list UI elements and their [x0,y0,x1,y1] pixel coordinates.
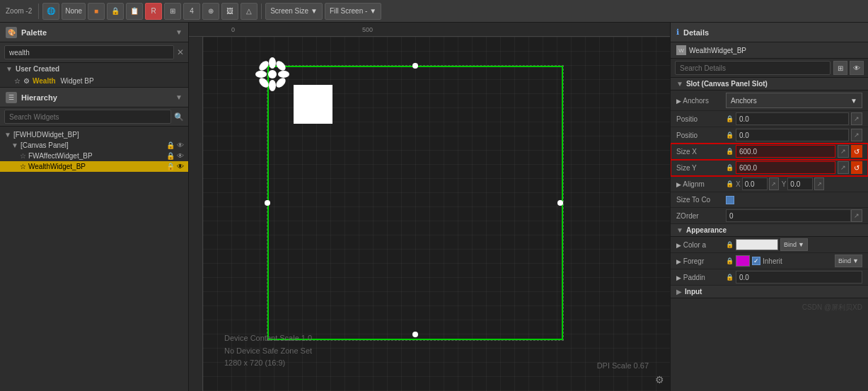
canvas-area[interactable]: 0 500 [189,23,670,391]
size-x-value-area: 🔒 ↗ ↺ [726,145,862,158]
r-btn[interactable]: R [145,3,162,20]
move-btn[interactable]: ⊕ [202,3,219,20]
position-y-value-area: 🔒 ↗ [726,129,862,141]
size-x-reset-btn[interactable]: ↺ [851,145,862,158]
fill-screen-arrow: ▼ [369,7,376,15]
separator-2 [261,4,262,19]
details-search-input[interactable] [675,61,831,75]
color-a-label: ▶ Color a [676,241,726,249]
zorder-label: ZOrder [676,212,726,220]
hier-item-canvas[interactable]: ▼ [Canvas Panel] 🔒 👁 [0,140,188,151]
search-grid-icon[interactable]: ⊞ [833,61,847,75]
anchors-dropdown-arrow: ▼ [850,97,857,105]
align-x-input[interactable] [742,177,768,190]
eye-icon-3: 👁 [177,163,184,170]
left-panel: 🎨 Palette ▼ ✕ ▼ User Created ☆ ⚙ Wealth … [0,23,189,391]
align-x-expand[interactable]: ↗ [769,177,779,190]
position-x-value-area: 🔒 ↗ [726,112,862,125]
size-to-content-checkbox[interactable] [726,196,734,204]
triangle-btn[interactable]: △ [241,3,257,20]
anchors-row: ▶ Anchors Anchors ▼ [671,91,868,111]
fill-screen-btn[interactable]: Fill Screen - ▼ [325,3,381,20]
screen-size-btn[interactable]: Screen Size ▼ [265,3,323,20]
image-btn[interactable]: 🖼 [221,3,238,20]
palette-clear-btn[interactable]: ✕ [177,48,184,57]
hier-icons-wealth: 🔒 👁 [166,163,184,170]
canvas-settings-icon[interactable]: ⚙ [655,374,664,385]
user-created-category[interactable]: ▼ User Created [0,63,188,75]
details-search-icons: ⊞ 👁 [833,61,864,75]
hier-name-affect: FWAffectWidget_BP [28,152,164,160]
anchors-dropdown[interactable]: Anchors ▼ [726,93,862,108]
search-icon: 🔍 [174,112,184,122]
color-a-swatch[interactable] [736,239,778,250]
input-arrow: ▶ [676,288,682,296]
fill-screen-label: Fill Screen - [330,7,367,15]
hierarchy-search-input[interactable] [4,110,171,124]
eye-icon: 👁 [177,141,184,149]
details-search-bar: ⊞ 👁 [671,59,868,78]
bind-arrow: ▼ [798,241,804,248]
svg-point-6 [274,59,287,72]
four-btn[interactable]: 4 [183,3,200,20]
color-a-bind-btn[interactable]: Bind ▼ [780,238,808,251]
search-eye-icon[interactable]: 👁 [850,61,864,75]
appearance-section-header[interactable]: ▼ Appearance [671,224,868,237]
hierarchy-section: ☰ Hierarchy ▼ 🔍 ▼ [FWHUDWidget_BP] ▼ [Ca… [0,87,188,391]
fg-bind-arrow: ▼ [852,257,859,264]
none-btn[interactable]: None [62,3,86,20]
lock-icon-size-y: 🔒 [726,164,734,171]
slot-section-header[interactable]: ▼ Slot (Canvas Panel Slot) [671,78,868,91]
position-x-input[interactable] [736,112,849,125]
position-y-input[interactable] [736,129,849,141]
alignment-text: Alignm [683,180,705,188]
appearance-section-title: Appearance [686,226,727,234]
ruler-top: 0 500 [189,23,670,37]
white-content-box [294,85,332,124]
zorder-input[interactable] [726,209,851,222]
grid-btn[interactable]: ⊞ [164,3,181,20]
palette-search-input[interactable] [4,45,174,59]
padding-input[interactable] [736,271,862,284]
hier-item-fwhud[interactable]: ▼ [FWHUDWidget_BP] [0,129,188,140]
lock-icon-padding: 🔒 [726,274,734,281]
hierarchy-header: ☰ Hierarchy ▼ [0,88,188,107]
anchor-dot-bottom-center [412,332,418,337]
details-widget-name-row: W WealthWidget_BP [671,42,868,59]
align-y-label: Y [782,180,787,188]
align-y-expand[interactable]: ↗ [814,177,824,190]
position-y-expand-btn[interactable]: ↗ [851,129,862,141]
transform-btn[interactable]: ■ [88,3,105,20]
wealth-widget-item[interactable]: ☆ ⚙ Wealth Widget BP [0,75,188,87]
hierarchy-search-bar: 🔍 [0,107,188,127]
widget-bp-label: Widget BP [59,77,94,85]
hier-expand-icon-2: ▼ [11,141,18,149]
size-x-expand-btn[interactable]: ↗ [838,145,849,158]
canvas-info-scale: Device Content Scale 1.0 [224,332,312,345]
hierarchy-title: Hierarchy [21,93,57,102]
position-x-expand-btn[interactable]: ↗ [851,112,862,125]
globe-btn[interactable]: 🌐 [42,3,59,20]
align-y-input[interactable] [787,177,813,190]
position-x-row: Positio 🔒 ↗ [671,111,868,127]
input-section-title: Input [685,288,702,296]
size-y-expand-btn[interactable]: ↗ [838,161,849,174]
size-to-content-row: Size To Co [671,192,868,208]
anchor-dot-right-center [557,200,563,206]
size-x-input[interactable] [736,145,835,158]
input-section-header[interactable]: ▶ Input [671,286,868,298]
palette-icon: 🎨 [6,27,17,38]
foreground-swatch[interactable] [736,255,750,267]
foreground-bind-btn[interactable]: Bind ▼ [835,255,862,267]
foreground-inherit-checkbox[interactable]: ✓ [752,257,760,265]
zorder-expand-btn[interactable]: ↗ [851,209,862,222]
copy-btn[interactable]: 📋 [126,3,143,20]
palette-title: Palette [21,28,47,37]
size-y-input[interactable] [736,161,835,174]
lock-icon-2: 🔒 [166,152,175,160]
lock-btn[interactable]: 🔒 [107,3,124,20]
hier-item-wealth[interactable]: ☆ WealthWidget_BP 🔒 👁 [0,161,188,172]
hierarchy-tree: ▼ [FWHUDWidget_BP] ▼ [Canvas Panel] 🔒 👁 … [0,127,188,391]
size-y-reset-btn[interactable]: ↺ [851,161,862,174]
hier-item-fwaffect[interactable]: ☆ FWAffectWidget_BP 🔒 👁 [0,151,188,161]
